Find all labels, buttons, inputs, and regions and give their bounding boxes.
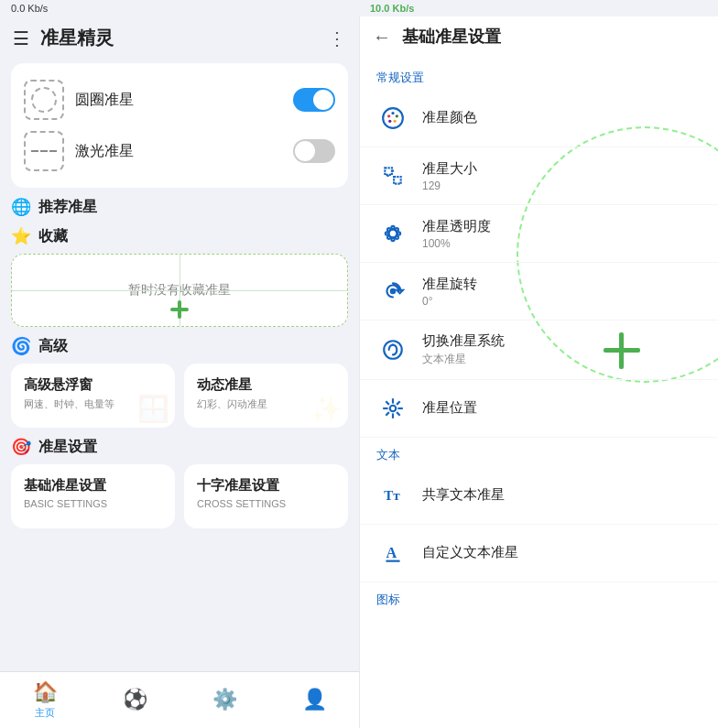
shared-text-title: 共享文本准星 bbox=[422, 486, 702, 504]
crosshair-nav-icon: ⚽ bbox=[123, 688, 147, 712]
size-sub: 129 bbox=[422, 179, 702, 192]
back-icon[interactable]: ← bbox=[373, 27, 391, 48]
profile-nav-icon: 👤 bbox=[302, 688, 327, 712]
switch-title: 切换准星系统 bbox=[422, 332, 702, 350]
laser-crosshair-preview bbox=[24, 131, 64, 171]
advanced-section-header: 🌀 高级 bbox=[11, 336, 348, 356]
settings-size[interactable]: 准星大小 129 bbox=[360, 147, 718, 205]
circle-crosshair-name: 圆圈准星 bbox=[75, 91, 134, 110]
circle-crosshair-item: 圆圈准星 bbox=[24, 74, 335, 125]
text-settings-label: 文本 bbox=[360, 438, 718, 467]
color-title: 准星颜色 bbox=[422, 109, 702, 126]
status-left: 0.0 Kb/s bbox=[0, 0, 359, 16]
resize-icon bbox=[376, 159, 409, 192]
icon-settings-label: 图标 bbox=[360, 582, 718, 612]
settings-custom-text[interactable]: A 自定义文本准星 bbox=[360, 525, 718, 582]
position-title: 准星位置 bbox=[422, 399, 702, 417]
opacity-icon bbox=[376, 217, 409, 250]
recommended-label: 推荐准星 bbox=[38, 198, 97, 217]
laser-crosshair-toggle[interactable] bbox=[293, 139, 335, 163]
favorites-label: 收藏 bbox=[38, 227, 68, 246]
svg-text:A: A bbox=[386, 545, 397, 561]
svg-point-1 bbox=[387, 114, 390, 117]
favorites-section-header: ⭐ 收藏 bbox=[11, 226, 348, 246]
basic-settings-card[interactable]: 基础准星设置 BASIC SETTINGS bbox=[11, 464, 175, 528]
advanced-icon: 🌀 bbox=[11, 336, 31, 356]
switch-sub: 文本准星 bbox=[422, 352, 702, 367]
svg-point-3 bbox=[396, 114, 398, 117]
svg-point-15 bbox=[387, 228, 390, 231]
basic-settings-title: 基础准星设置 bbox=[24, 477, 162, 494]
svg-rect-7 bbox=[394, 177, 401, 184]
rotation-icon bbox=[376, 275, 409, 308]
crosshair-settings-header: 🎯 准星设置 bbox=[11, 437, 348, 457]
circle-crosshair-preview bbox=[24, 80, 64, 120]
rotation-title: 准星旋转 bbox=[422, 276, 702, 293]
svg-point-18 bbox=[396, 236, 398, 239]
custom-text-title: 自定义文本准星 bbox=[422, 544, 702, 561]
size-title: 准星大小 bbox=[422, 160, 702, 178]
basic-settings-sub: BASIC SETTINGS bbox=[24, 498, 162, 509]
nav-crosshair[interactable]: ⚽ bbox=[90, 688, 180, 713]
svg-point-21 bbox=[392, 344, 394, 346]
palette-icon bbox=[376, 102, 409, 135]
favorites-empty-text: 暂时没有收藏准星 bbox=[128, 282, 231, 299]
dynamic-crosshair-card[interactable]: 动态准星 幻彩、闪动准星 ✨ bbox=[184, 364, 348, 428]
svg-point-13 bbox=[391, 226, 394, 229]
cross-settings-sub: CROSS SETTINGS bbox=[197, 498, 335, 509]
left-panel-title: 准星精灵 bbox=[40, 26, 328, 50]
home-icon: 🏠 bbox=[33, 680, 58, 704]
position-icon bbox=[376, 392, 409, 425]
svg-point-2 bbox=[391, 112, 394, 114]
settings-shared-text[interactable]: Tт 共享文本准星 bbox=[360, 467, 718, 525]
status-right: 10.0 Kb/s bbox=[359, 0, 718, 16]
circle-crosshair-toggle[interactable] bbox=[293, 88, 335, 112]
crosshair-type-card: 圆圈准星 bbox=[11, 63, 348, 188]
svg-point-11 bbox=[386, 232, 388, 234]
cross-settings-title: 十字准星设置 bbox=[197, 477, 335, 494]
bottom-nav: 🏠 主页 ⚽ ⚙️ 👤 bbox=[0, 671, 359, 728]
laser-crosshair-item: 激光准星 bbox=[24, 125, 335, 177]
svg-point-14 bbox=[391, 238, 394, 241]
svg-point-12 bbox=[397, 232, 400, 234]
text-custom-icon: A bbox=[376, 537, 409, 570]
right-panel: ← 基础准星设置 常规设置 bbox=[359, 16, 718, 728]
svg-line-29 bbox=[397, 401, 400, 405]
svg-rect-6 bbox=[385, 168, 392, 175]
svg-point-20 bbox=[384, 341, 402, 359]
switch-icon bbox=[376, 333, 409, 366]
crosshair-settings-grid: 基础准星设置 BASIC SETTINGS 十字准星设置 CROSS SETTI… bbox=[11, 464, 348, 528]
cross-settings-card[interactable]: 十字准星设置 CROSS SETTINGS bbox=[184, 464, 348, 528]
crosshair-settings-label: 准星设置 bbox=[38, 438, 97, 457]
crosshair-settings-icon: 🎯 bbox=[11, 437, 31, 457]
text-share-icon: Tт bbox=[376, 479, 409, 512]
recommended-icon: 🌐 bbox=[11, 197, 31, 217]
dynamic-crosshair-title: 动态准星 bbox=[197, 376, 335, 394]
svg-point-0 bbox=[383, 108, 403, 128]
settings-color[interactable]: 准星颜色 bbox=[360, 90, 718, 147]
nav-profile[interactable]: 👤 bbox=[269, 688, 359, 713]
opacity-title: 准星透明度 bbox=[422, 218, 702, 235]
hamburger-icon[interactable]: ☰ bbox=[13, 27, 29, 49]
settings-switch[interactable]: 切换准星系统 文本准星 bbox=[360, 321, 718, 380]
nav-home[interactable]: 🏠 主页 bbox=[0, 680, 90, 720]
svg-line-30 bbox=[386, 412, 389, 416]
settings-opacity[interactable]: 准星透明度 100% bbox=[360, 205, 718, 263]
advanced-float-watermark: 🪟 bbox=[137, 394, 169, 424]
rotation-sub: 0° bbox=[422, 295, 702, 308]
advanced-float-card[interactable]: 高级悬浮窗 网速、时钟、电量等 🪟 bbox=[11, 364, 175, 428]
advanced-label: 高级 bbox=[38, 337, 68, 356]
settings-rotation[interactable]: 准星旋转 0° bbox=[360, 263, 718, 321]
svg-line-28 bbox=[397, 412, 400, 416]
advanced-float-title: 高级悬浮窗 bbox=[24, 376, 162, 394]
nav-home-label: 主页 bbox=[35, 706, 55, 720]
more-options-icon[interactable]: ⋮ bbox=[328, 27, 346, 49]
nav-settings[interactable]: ⚙️ bbox=[180, 688, 269, 713]
svg-text:Tт: Tт bbox=[384, 487, 400, 503]
svg-point-17 bbox=[387, 236, 390, 239]
settings-position[interactable]: 准星位置 bbox=[360, 380, 718, 438]
recommended-section-header: 🌐 推荐准星 bbox=[11, 197, 348, 217]
right-panel-title: 基础准星设置 bbox=[402, 26, 501, 48]
laser-crosshair-name: 激光准星 bbox=[75, 142, 134, 161]
svg-point-16 bbox=[396, 228, 398, 231]
